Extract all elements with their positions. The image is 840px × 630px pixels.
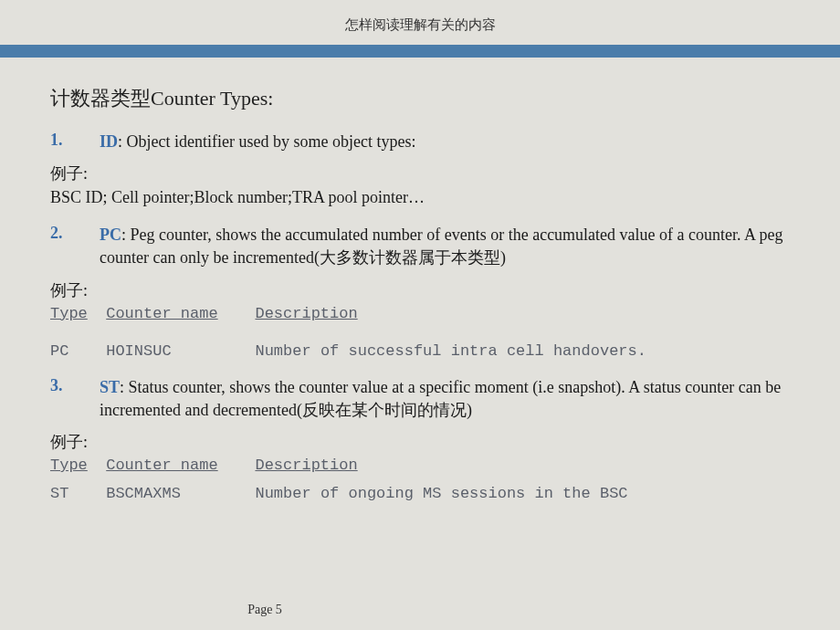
item-desc: : Status counter, shows the counter valu… [100,378,781,419]
table-cell-name: HOINSUC [106,342,171,360]
counter-table: Type Counter name Description PC HOINSUC… [50,305,790,360]
table-header-name: Counter name [106,457,217,474]
table-header-type: Type [50,305,88,322]
example-label: 例子: [50,163,790,184]
example-label: 例子: [50,279,790,301]
list-item: 1. ID: Object identifier used by some ob… [50,131,790,153]
section-title: 计数器类型Counter Types: [50,85,790,112]
table-cell-desc: Number of ongoing MS sessions in the BSC [255,485,627,502]
table-row: PC HOINSUC Number of successful intra ce… [50,342,790,360]
item-desc: : Peg counter, shows the accumulated num… [100,226,783,267]
page-footer: Page 5 [0,603,840,617]
item-number: 1. [50,131,96,150]
list-item: 3. ST: Status counter, shows the counter… [50,376,790,422]
table-header-desc: Description [255,305,357,322]
item-key: PC [100,226,121,244]
table-row: ST BSCMAXMS Number of ongoing MS session… [50,485,790,502]
item-body: ID: Object identifier used by some objec… [100,131,784,153]
example-label: 例子: [50,431,790,453]
counter-table: Type Counter name Description ST BSCMAXM… [50,457,790,502]
divider-bar [0,45,840,58]
example-text: BSC ID; Cell pointer;Block number;TRA po… [50,188,790,207]
item-number: 2. [50,224,96,243]
item-desc: : Object identifier used by some object … [118,132,415,151]
table-cell-type: PC [50,342,68,360]
table-header-name: Counter name [106,305,217,322]
item-body: ST: Status counter, shows the counter va… [100,376,784,422]
page-header-title: 怎样阅读理解有关的内容 [0,0,840,45]
table-cell-name: BSCMAXMS [106,485,181,502]
item-number: 3. [50,376,96,395]
item-key: ST [100,378,120,396]
item-body: PC: Peg counter, shows the accumulated n… [100,224,784,269]
table-cell-desc: Number of successful intra cell handover… [255,342,646,360]
content-area: 计数器类型Counter Types: 1. ID: Object identi… [0,58,840,502]
table-header-type: Type [50,457,88,474]
table-cell-type: ST [50,485,68,502]
table-header-desc: Description [255,457,357,474]
item-key: ID [100,132,118,151]
list-item: 2. PC: Peg counter, shows the accumulate… [50,224,790,269]
